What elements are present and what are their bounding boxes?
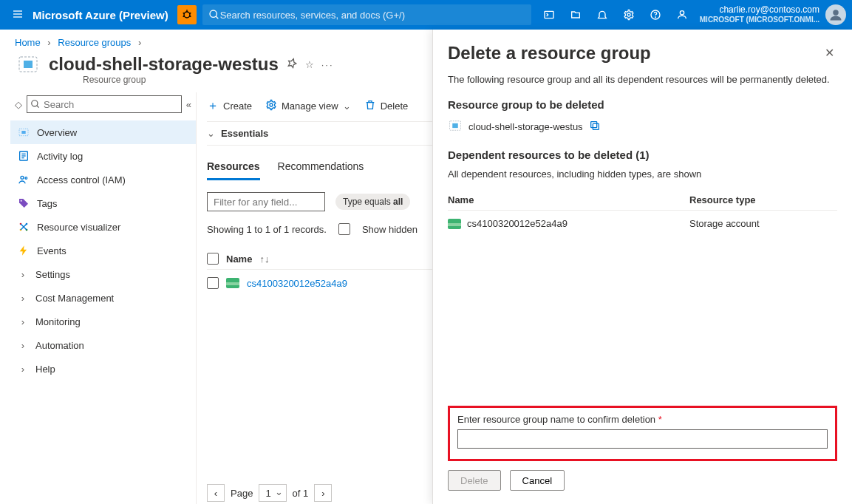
sidebar-item-settings[interactable]: ›Settings [10,262,196,286]
tab-resources[interactable]: Resources [207,160,260,180]
sidebar-item-activity-log[interactable]: Activity log [10,144,196,168]
sidebar-search-input[interactable] [27,95,182,113]
resource-group-icon [15,51,41,78]
sidebar-item-access-control[interactable]: Access control (IAM) [10,168,196,191]
type-filter-pill[interactable]: Type equals all [335,194,410,210]
global-search[interactable] [202,4,531,25]
blade-delete-button[interactable]: Delete [448,470,501,491]
sidebar-item-cost-management[interactable]: ›Cost Management [10,286,196,310]
settings-gear-icon[interactable] [617,0,641,30]
manage-view-button[interactable]: Manage view ⌄ [265,99,351,113]
blade-dep-row: cs4100320012e52a4a9 Storage account [448,211,837,236]
chevron-right-icon: › [18,316,28,327]
svg-rect-20 [21,131,25,134]
svg-rect-11 [545,11,553,18]
dep-row-type: Storage account [689,218,837,229]
pin-icon[interactable] [286,58,298,72]
trash-icon [364,99,376,113]
close-icon[interactable]: ✕ [822,43,837,63]
avatar[interactable] [825,4,846,25]
account-email: charlie.roy@contoso.com [700,4,819,15]
more-icon[interactable]: ··· [321,59,334,70]
page-title: cloud-shell-storage-westus [49,54,279,75]
directories-icon[interactable] [564,0,587,30]
svg-line-10 [216,16,218,18]
notifications-icon[interactable] [590,0,614,30]
chevron-down-icon: ⌄ [207,128,215,139]
svg-point-26 [25,177,27,180]
events-icon [18,245,30,256]
show-hidden-label: Show hidden [362,224,418,235]
select-all-checkbox[interactable] [207,253,219,265]
expand-icon[interactable]: ◇ [15,99,22,110]
sort-icon[interactable]: ↑↓ [259,253,269,265]
pager-page-select[interactable]: 1 [259,484,286,502]
column-name[interactable]: Name [226,253,252,265]
svg-point-3 [184,12,190,18]
chevron-right-icon: › [18,293,28,304]
dep-row-name: cs4100320012e52a4a9 [467,218,568,229]
account-info[interactable]: charlie.roy@contoso.com MICROSOFT (MICRO… [700,4,819,25]
feedback-icon[interactable] [670,0,694,30]
top-bar: Microsoft Azure (Preview) charlie.roy@co… [0,0,852,30]
brand-label[interactable]: Microsoft Azure (Preview) [33,9,168,21]
resource-link[interactable]: cs4100320012e52a4a9 [247,278,347,289]
create-button[interactable]: ＋Create [207,98,252,114]
sidebar: ◇ « Overview Activity log Access control… [0,92,196,504]
svg-point-15 [680,11,684,15]
confirm-deletion-input[interactable] [457,429,828,449]
blade-dep-header: Name Resource type [448,194,837,211]
collapse-sidebar-icon[interactable]: « [186,99,191,110]
show-hidden-checkbox[interactable] [338,223,350,235]
gear-icon [265,99,277,113]
sidebar-item-automation[interactable]: ›Automation [10,333,196,357]
sidebar-item-overview[interactable]: Overview [10,120,196,144]
svg-point-9 [210,10,217,17]
favorite-star-icon[interactable]: ☆ [305,59,314,70]
overview-icon [18,126,30,138]
preview-bug-icon[interactable] [177,5,197,24]
cloud-shell-icon[interactable] [537,0,561,30]
records-summary: Showing 1 to 1 of 1 records. [207,224,327,235]
delete-blade: Delete a resource group ✕ The following … [432,30,852,504]
row-checkbox[interactable] [207,277,219,289]
sidebar-item-resource-visualizer[interactable]: Resource visualizer [10,215,196,239]
tags-icon [18,197,30,209]
blade-dep-note: All dependent resources, including hidde… [448,168,837,180]
tab-recommendations[interactable]: Recommendations [278,160,364,180]
delete-button[interactable]: Delete [364,99,409,113]
svg-rect-36 [452,123,458,128]
blade-buttons: Delete Cancel [448,470,837,491]
filter-input[interactable] [207,192,325,211]
confirm-deletion-box: Enter resource group name to confirm del… [448,406,837,461]
chevron-right-icon: › [18,340,28,351]
breadcrumb-home[interactable]: Home [15,37,41,48]
sidebar-item-tags[interactable]: Tags [10,191,196,215]
blade-description: The following resource group and all its… [448,74,837,85]
pager-next-button[interactable]: › [314,484,332,502]
blade-rg-name: cloud-shell-storage-westus [468,121,583,132]
blade-dep-section-title: Dependent resources to be deleted (1) [448,149,837,161]
chevron-down-icon: ⌄ [343,101,351,112]
breadcrumb-resource-groups[interactable]: Resource groups [58,37,131,48]
confirm-label: Enter resource group name to confirm del… [457,414,662,425]
copy-icon[interactable] [589,120,601,134]
sidebar-item-monitoring[interactable]: ›Monitoring [10,310,196,333]
pager-of-label: of 1 [293,488,309,499]
sidebar-item-events[interactable]: Events [10,239,196,262]
blade-title: Delete a resource group [448,43,822,64]
blade-cancel-button[interactable]: Cancel [510,470,565,491]
global-search-input[interactable] [220,10,525,21]
dep-col-type: Resource type [689,194,837,205]
help-icon[interactable] [644,0,667,30]
top-icon-bar [537,0,694,30]
sidebar-item-help[interactable]: ›Help [10,357,196,381]
visualizer-icon [18,221,30,233]
chevron-right-icon: › [18,364,28,375]
hamburger-menu-icon[interactable] [6,8,30,22]
pager-prev-button[interactable]: ‹ [207,484,225,502]
svg-rect-38 [590,122,596,128]
svg-rect-18 [24,61,33,68]
pager-page-label: Page [231,488,253,499]
storage-account-icon [226,278,239,288]
